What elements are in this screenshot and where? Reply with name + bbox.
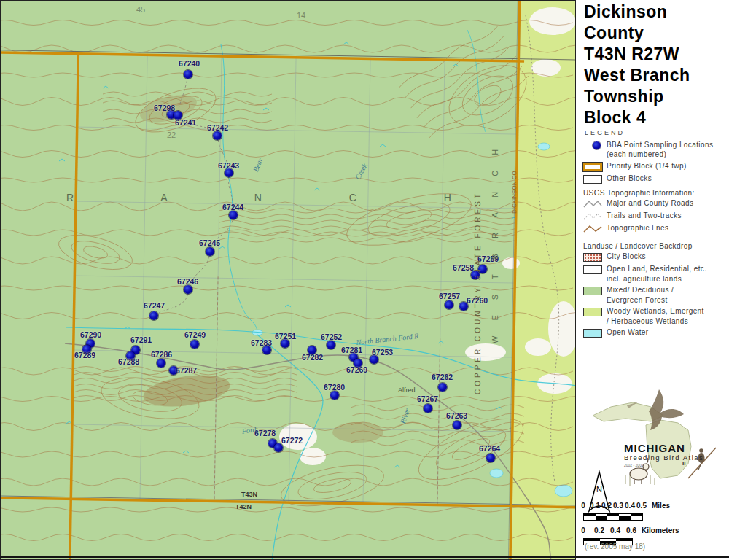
bba-point-label: 67282 <box>302 353 323 362</box>
miles-ticks: 00.10.20.30.40.5Miles <box>582 502 728 510</box>
legend-item-open: Open Land, Residential, etc. <box>583 265 728 274</box>
bba-point-dot[interactable] <box>229 211 238 219</box>
roads-label: Major and County Roads <box>607 199 693 209</box>
bottom-frame-line <box>0 556 729 558</box>
songbird-icon <box>688 448 716 478</box>
bba-point-label: 67264 <box>479 444 500 453</box>
bba-point-dot[interactable] <box>486 454 495 462</box>
logo-years: 2002 - 2007 <box>624 463 644 467</box>
map-text-label: COPPER COUNTRY STATE FOREST <box>474 191 482 394</box>
other-label: Other Blocks <box>607 174 652 184</box>
bba-point-dot[interactable] <box>184 70 192 79</box>
bba-point-dot[interactable] <box>149 311 158 320</box>
forest-label-line1: Mixed/ Deciduous / <box>607 286 674 295</box>
wetland-label-line1: Woody Wetlands, Emergent <box>607 307 704 316</box>
scale-tick: 0 <box>581 526 585 534</box>
bba-point-label: 67289 <box>74 351 95 359</box>
topo-line-icon <box>583 224 602 233</box>
map-text-label: Creek <box>354 162 369 181</box>
priority-label: Priority Block (1/4 twp) <box>607 162 687 171</box>
bba-point-label: 67278 <box>254 429 276 438</box>
scale-tick: 0.2 <box>594 526 604 534</box>
bba-point-label: 67258 <box>453 263 474 272</box>
bba-point-label: 67286 <box>151 350 172 359</box>
bba-point-dot[interactable] <box>184 285 192 294</box>
open-label-line1: Open Land, Residential, etc. <box>607 265 706 274</box>
bba-point-label: 67290 <box>80 330 101 339</box>
bba-point-label: 67263 <box>446 411 467 420</box>
open-water-swatch <box>583 329 602 338</box>
bba-point-label: 67243 <box>218 161 239 170</box>
revision-note: (rev. 2005 may 18) <box>585 542 645 551</box>
bba-label-line1: BBA Point Sampling Locations <box>607 141 713 149</box>
scale-tick: 0 <box>581 502 585 510</box>
scale-tick: 0.1 <box>590 502 600 510</box>
map-text-label: 45 <box>136 5 145 14</box>
city-blocks-swatch <box>583 253 602 262</box>
trails-line-icon <box>583 211 602 221</box>
bba-dot-icon <box>593 141 601 149</box>
bba-point-label: 67298 <box>154 104 175 112</box>
legend-item-roads: Major and County Roads <box>583 199 728 209</box>
map-text-label: DICKINSON CO <box>511 171 518 214</box>
bba-point-label: 67272 <box>281 436 303 445</box>
bba-point-label: 67241 <box>175 118 196 127</box>
trails-label: Trails and Two-tracks <box>607 211 682 221</box>
north-letter: N <box>596 485 602 494</box>
scale-unit: Miles <box>652 502 670 510</box>
legend-item-wetland: Woody Wetlands, Emergent <box>583 307 728 316</box>
logo-name: MICHIGAN <box>624 442 685 454</box>
map-text-label: R A N C H <box>66 192 494 203</box>
bba-point-label: 67242 <box>207 123 228 132</box>
map-text-label: W E S T B R A N C H <box>491 143 499 343</box>
bba-point-label: 67253 <box>372 348 393 357</box>
map-canvas: 6724067298672416724267243672446724567246… <box>0 0 576 560</box>
map-text-label: River <box>399 407 411 424</box>
legend: BBA Point Sampling Locations (each numbe… <box>582 141 728 341</box>
bba-point-dot[interactable] <box>327 341 335 349</box>
forest-label-line2: Evergreen Forest <box>607 296 728 304</box>
map-text-label: Bear <box>252 157 264 173</box>
legend-item-city: City Blocks <box>583 252 728 262</box>
map-text-label: T42N <box>235 503 252 510</box>
miles-bar <box>583 513 643 521</box>
bba-point-dot[interactable] <box>438 383 447 392</box>
bba-point-dot[interactable] <box>213 131 222 140</box>
legend-item-topo: Topographic Lnes <box>583 224 728 233</box>
city-label: City Blocks <box>607 252 646 262</box>
page: 6724067298672416724267243672446724567246… <box>0 0 729 560</box>
scale-tick: 0.4 <box>610 526 620 534</box>
bba-point-label: 67252 <box>321 332 342 341</box>
landuse-heading: Landuse / Landcover Backdrop <box>583 242 728 250</box>
legend-item-bba: BBA Point Sampling Locations (each numbe… <box>583 141 728 159</box>
scale-tick: 0.6 <box>626 526 636 534</box>
bba-point-label: 67247 <box>144 301 165 310</box>
bba-point-label: 67281 <box>341 346 362 354</box>
bba-point-label: 67262 <box>432 373 453 381</box>
bba-point-dot[interactable] <box>190 340 199 349</box>
roads-line-icon <box>583 199 602 209</box>
water-label: Open Water <box>607 328 649 338</box>
forest-swatch <box>583 287 602 295</box>
map-text-label: 14 <box>297 11 305 20</box>
scale-tick: 0.5 <box>636 502 647 510</box>
map-text-label: North Branch Ford R <box>356 332 419 346</box>
bba-point-label: 67280 <box>324 383 345 392</box>
open-label-line2: incl. agriculture lands <box>607 275 728 283</box>
wetland-swatch <box>583 308 602 316</box>
bba-point-dot[interactable] <box>157 359 165 368</box>
bba-point-label: 67287 <box>176 366 197 375</box>
bba-point-dot[interactable] <box>453 421 461 429</box>
legend-item-water: Open Water <box>583 328 728 338</box>
bba-point-dot[interactable] <box>424 404 432 413</box>
bba-point-label: 67244 <box>222 203 243 211</box>
bba-point-dot[interactable] <box>445 300 453 309</box>
bba-point-dot[interactable] <box>330 391 339 400</box>
bba-point-label: 67267 <box>417 394 438 403</box>
scale-tick: 0.4 <box>625 502 635 510</box>
info-panel: Dickinson County T43N R27W West Branch T… <box>576 0 729 560</box>
topo-label: Topographic Lnes <box>607 224 668 233</box>
bba-point-dot[interactable] <box>206 247 214 256</box>
bba-point-label: 67291 <box>130 335 152 344</box>
bba-label-line2: (each numbered) <box>607 150 666 158</box>
